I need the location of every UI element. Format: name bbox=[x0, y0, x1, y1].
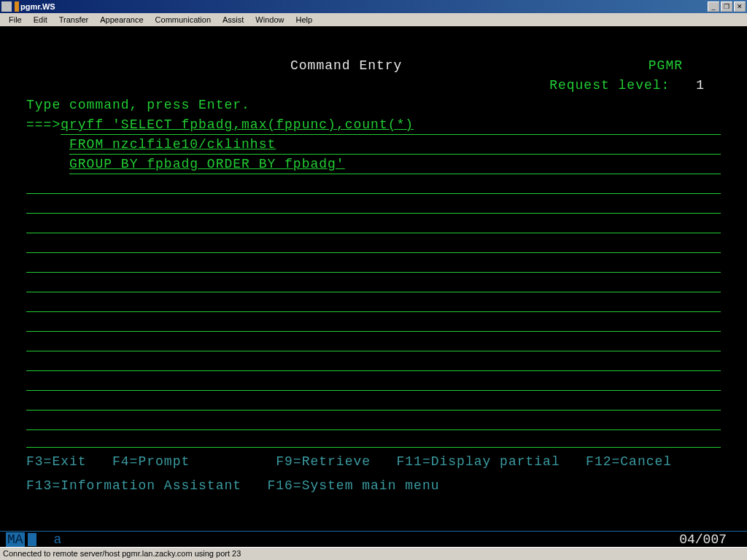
indent-spacer bbox=[26, 155, 69, 174]
status-mode: MA bbox=[6, 532, 25, 547]
maximize-button[interactable]: ❐ bbox=[721, 1, 732, 12]
request-level-value: 1 bbox=[696, 78, 705, 93]
command-input-blank[interactable] bbox=[26, 253, 721, 273]
menu-bar: File Edit Transfer Appearance Communicat… bbox=[0, 13, 747, 26]
window-title: pgmr.WS bbox=[20, 2, 55, 11]
command-input-blank[interactable] bbox=[26, 292, 721, 312]
cursor-position: 04/007 bbox=[679, 532, 727, 547]
command-input-blank[interactable] bbox=[26, 351, 721, 371]
connection-status: Connected to remote server/host pgmr.lan… bbox=[3, 549, 241, 558]
command-input-blank[interactable] bbox=[26, 411, 721, 430]
status-cursor-icon bbox=[28, 533, 36, 546]
minimize-button[interactable]: _ bbox=[708, 1, 719, 12]
system-menu-icon[interactable] bbox=[1, 1, 12, 12]
menu-help[interactable]: Help bbox=[290, 14, 318, 26]
menu-edit[interactable]: Edit bbox=[28, 14, 53, 26]
menu-assist[interactable]: Assist bbox=[217, 14, 249, 26]
command-input-blank[interactable] bbox=[26, 273, 721, 292]
indent-spacer bbox=[26, 135, 69, 155]
window-status-bar: Connected to remote server/host pgmr.lan… bbox=[0, 547, 747, 560]
function-keys-row-2: F13=Information Assistant F16=System mai… bbox=[26, 476, 721, 496]
menu-communication[interactable]: Communication bbox=[150, 14, 217, 26]
app-icon bbox=[15, 1, 19, 12]
command-input-blank[interactable] bbox=[26, 194, 721, 214]
command-line-1[interactable]: ===> qryff 'SELECT fpbadg,max(fppunc),co… bbox=[26, 115, 721, 135]
command-input-blank[interactable] bbox=[26, 371, 721, 391]
command-input-blank[interactable] bbox=[26, 312, 721, 332]
menu-window[interactable]: Window bbox=[249, 14, 290, 26]
window-titlebar: pgmr.WS _ ❐ ✕ bbox=[0, 0, 747, 13]
command-input-blank[interactable] bbox=[26, 214, 721, 233]
instruction-text: Type command, press Enter. bbox=[6, 96, 741, 115]
command-input-3[interactable]: GROUP BY fpbadg ORDER BY fpbadg' bbox=[69, 155, 721, 174]
command-input-blank[interactable] bbox=[26, 332, 721, 351]
menu-transfer[interactable]: Transfer bbox=[53, 14, 95, 26]
bottom-divider bbox=[26, 440, 721, 448]
request-level-label: Request level: bbox=[549, 78, 670, 93]
command-line-2[interactable]: FROM nzclfile10/cklinhst bbox=[26, 135, 721, 155]
command-input-2[interactable]: FROM nzclfile10/cklinhst bbox=[69, 135, 721, 155]
blank-row bbox=[6, 36, 741, 56]
screen-title: Command Entry bbox=[290, 56, 402, 76]
function-keys-row-1: F3=Exit F4=Prompt F9=Retrieve F11=Displa… bbox=[26, 452, 721, 472]
user-id: PGMR bbox=[649, 56, 683, 76]
command-input-blank[interactable] bbox=[26, 391, 721, 411]
command-line-3[interactable]: GROUP BY fpbadg ORDER BY fpbadg' bbox=[26, 155, 721, 174]
menu-file[interactable]: File bbox=[3, 14, 28, 26]
close-button[interactable]: ✕ bbox=[734, 1, 746, 12]
terminal-screen[interactable]: Command Entry PGMR Request level: 1 Type… bbox=[0, 26, 747, 531]
command-prompt: ===> bbox=[26, 115, 61, 135]
terminal-status-line: MA a 04/007 bbox=[0, 531, 747, 547]
command-input-blank[interactable] bbox=[26, 174, 721, 194]
command-input-1[interactable]: qryff 'SELECT fpbadg,max(fppunc),count(*… bbox=[61, 115, 721, 135]
status-indicator: a bbox=[54, 532, 62, 547]
command-input-blank[interactable] bbox=[26, 233, 721, 253]
menu-appearance[interactable]: Appearance bbox=[94, 14, 149, 26]
